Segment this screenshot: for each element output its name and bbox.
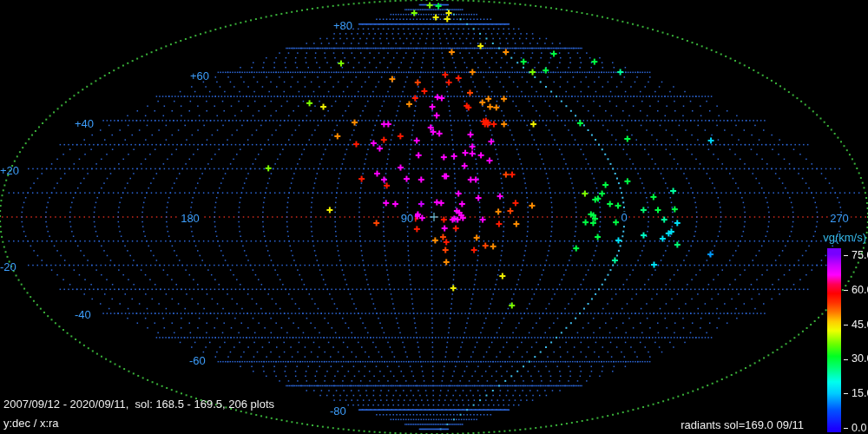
dec-grid-label: -40 bbox=[75, 309, 91, 321]
status-axes-legend: y:dec / x:ra bbox=[3, 417, 59, 430]
colorbar-tick-label: 0.0 bbox=[844, 422, 866, 434]
status-date-range: 2007/09/12 - 2020/09/11, sol: 168.5 - 16… bbox=[3, 398, 274, 411]
colorbar-tick-value: 30.0 bbox=[852, 352, 868, 365]
dec-grid-label: +80 bbox=[333, 20, 352, 32]
colorbar-tick-mark bbox=[844, 290, 848, 291]
dec-grid-label: +60 bbox=[190, 70, 209, 82]
ra-grid-label: 270 bbox=[828, 213, 851, 225]
colorbar-tick-value: 45.0 bbox=[852, 319, 868, 331]
ra-grid-label: 180 bbox=[179, 213, 201, 225]
colorbar-tick-mark bbox=[844, 255, 848, 256]
colorbar-tick-label: 45.0 bbox=[844, 319, 868, 331]
colorbar-tick-label: 15.0 bbox=[844, 387, 868, 399]
colorbar-tick-value: 15.0 bbox=[852, 387, 868, 399]
colorbar-tick-mark bbox=[844, 359, 848, 360]
dec-grid-label: +40 bbox=[75, 118, 94, 130]
colorbar-tick-mark bbox=[844, 393, 848, 394]
colorbar-tick-mark bbox=[844, 325, 848, 326]
colorbar-tick-value: 75.0 bbox=[852, 249, 868, 261]
velocity-colorbar bbox=[827, 248, 841, 432]
dec-grid-label: -20 bbox=[0, 261, 16, 273]
colorbar-tick-label: 75.0 bbox=[844, 249, 868, 261]
radiant-map-window: +80+60+40+20-20-40-60-80180900270 vg(km/… bbox=[0, 0, 868, 434]
colorbar-tick-mark bbox=[844, 428, 848, 429]
colorbar-tick-value: 60.0 bbox=[852, 284, 868, 296]
colorbar-tick-value: 0.0 bbox=[852, 422, 866, 434]
sky-map-canvas[interactable] bbox=[0, 0, 868, 434]
colorbar-tick-label: 60.0 bbox=[844, 284, 868, 296]
dec-grid-label: -60 bbox=[189, 355, 206, 367]
status-radiants-sol: radiants sol=169.0 09/11 bbox=[681, 418, 804, 431]
dec-grid-label: +20 bbox=[0, 165, 19, 177]
dec-grid-label: -80 bbox=[330, 405, 346, 418]
colorbar-tick-label: 30.0 bbox=[844, 352, 868, 365]
ra-grid-label: 0 bbox=[619, 212, 628, 224]
ra-grid-label: 90 bbox=[399, 213, 415, 225]
colorbar-title: vg(km/s) bbox=[823, 231, 866, 244]
